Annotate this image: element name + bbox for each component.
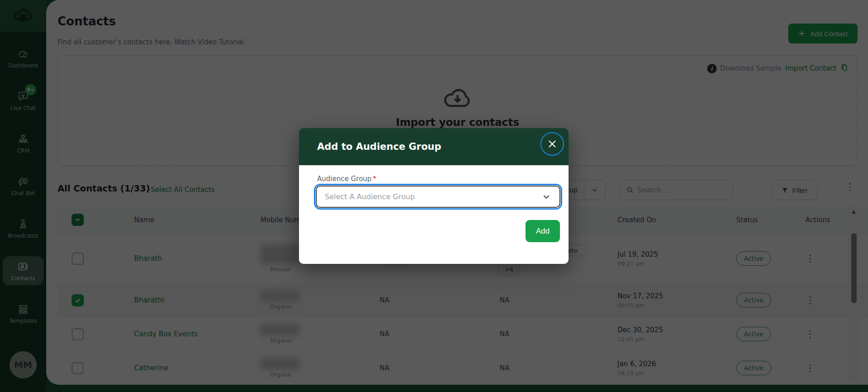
chevron-down-icon <box>541 192 551 202</box>
modal-header: Add to Audience Group <box>299 128 569 165</box>
select-placeholder: Select A Audience Group <box>325 192 415 201</box>
audience-group-select[interactable]: Select A Audience Group <box>316 186 560 208</box>
modal-title: Add to Audience Group <box>317 141 441 152</box>
audience-group-field-label: Audience Group* <box>317 175 376 183</box>
required-asterisk: * <box>373 175 376 183</box>
modal-close-button[interactable] <box>540 132 564 156</box>
close-icon <box>547 139 558 149</box>
modal-add-button[interactable]: Add <box>526 220 560 242</box>
add-to-audience-group-modal: Add to Audience Group Audience Group* Se… <box>299 128 569 264</box>
modal-body: Audience Group* Select A Audience Group … <box>299 165 569 264</box>
